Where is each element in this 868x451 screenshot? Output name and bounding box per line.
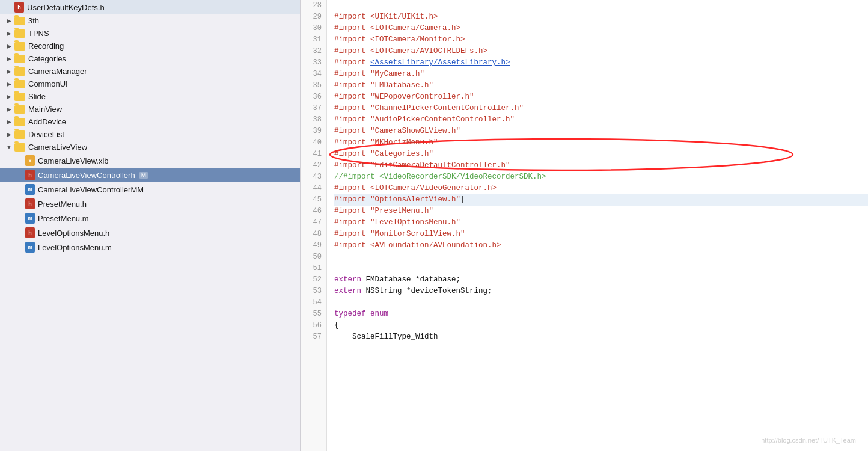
code-line-50 bbox=[334, 251, 868, 263]
modified-badge: M bbox=[139, 172, 148, 179]
code-line-36: #import "WEPopoverController.h" bbox=[334, 91, 868, 103]
sidebar-item-presetmenu-m[interactable]: m PresetMenu.m bbox=[0, 211, 300, 226]
code-line-29: #import <UIKit/UIKit.h> bbox=[334, 11, 868, 23]
code-line-54 bbox=[334, 297, 868, 308]
code-line-46: #import "PresetMenu.h" bbox=[334, 206, 868, 217]
code-container: 28 29 30 31 32 33 34 35 36 37 38 39 40 4… bbox=[301, 0, 868, 451]
sidebar-item-slide[interactable]: Slide bbox=[0, 90, 300, 103]
sidebar-item-label: TPNS bbox=[28, 29, 49, 38]
line-numbers: 28 29 30 31 32 33 34 35 36 37 38 39 40 4… bbox=[301, 0, 327, 451]
sidebar-item-cameraliveview[interactable]: CameraLiveView bbox=[0, 141, 300, 153]
code-line-52: extern FMDatabase *database; bbox=[334, 274, 868, 286]
sidebar-item-label: Recording bbox=[28, 41, 64, 51]
arrow-icon bbox=[5, 67, 13, 76]
code-line-31: #import <IOTCamera/Monitor.h> bbox=[334, 34, 868, 46]
sidebar-item-leveloptionsmenu-h[interactable]: h LevelOptionsMenu.h bbox=[0, 226, 300, 240]
sidebar-item-userdefaultkeydefs[interactable]: h UserDefaultKeyDefs.h bbox=[0, 0, 300, 14]
sidebar-item-cameraliveview-xib[interactable]: x CameraLiveView.xib bbox=[0, 153, 300, 168]
code-line-42: #import "EditCameraDefaultController.h" bbox=[334, 160, 868, 171]
code-line-37: #import "ChannelPickerContentController.… bbox=[334, 103, 868, 114]
sidebar-item-label: DeviceList bbox=[28, 130, 64, 139]
code-editor[interactable]: 28 29 30 31 32 33 34 35 36 37 38 39 40 4… bbox=[301, 0, 868, 451]
code-line-43: //#import <VideoRecorderSDK/VideoRecorde… bbox=[334, 171, 868, 183]
arrow-icon bbox=[16, 243, 24, 251]
sidebar-item-label: Slide bbox=[28, 92, 46, 101]
sidebar-item-commonui[interactable]: CommonUI bbox=[0, 78, 300, 90]
arrow-icon bbox=[16, 214, 24, 222]
file-icon-h: h bbox=[25, 198, 35, 209]
sidebar-item-label: CommonUI bbox=[28, 79, 68, 88]
sidebar-item-tpns[interactable]: TPNS bbox=[0, 27, 300, 40]
file-icon-m: m bbox=[25, 213, 35, 224]
code-line-34: #import "MyCamera.h" bbox=[334, 69, 868, 80]
sidebar-item-label: LevelOptionsMenu.h bbox=[38, 229, 109, 238]
sidebar-item-label: MainView bbox=[28, 105, 62, 114]
sidebar-item-cameramanager[interactable]: CameraManager bbox=[0, 65, 300, 78]
folder-icon bbox=[14, 42, 25, 51]
code-line-57: ScaleFillType_Width bbox=[334, 331, 868, 343]
sidebar-item-mainview[interactable]: MainView bbox=[0, 103, 300, 115]
file-icon-m: m bbox=[25, 242, 35, 253]
code-content[interactable]: #import <UIKit/UIKit.h> #import <IOTCame… bbox=[327, 0, 868, 451]
sidebar-item-label: PresetMenu.h bbox=[38, 200, 87, 209]
code-line-56: { bbox=[334, 320, 868, 331]
code-line-39: #import "CameraShowGLView.h" bbox=[334, 126, 868, 137]
file-icon-h: h bbox=[25, 227, 35, 238]
sidebar-item-cameraliveviewcontroller-mm[interactable]: m CameraLiveViewControllerMM bbox=[0, 182, 300, 197]
code-line-55: typedef enum bbox=[334, 308, 868, 320]
sidebar-item-categories[interactable]: Categories bbox=[0, 52, 300, 65]
code-line-30: #import <IOTCamera/Camera.h> bbox=[334, 23, 868, 34]
folder-icon bbox=[14, 17, 25, 25]
arrow-icon bbox=[5, 118, 13, 126]
sidebar-item-label: CameraLiveView bbox=[28, 143, 87, 152]
arrow-icon bbox=[5, 3, 13, 11]
arrow-icon bbox=[16, 200, 24, 208]
folder-icon bbox=[14, 55, 25, 63]
code-line-28 bbox=[334, 0, 868, 11]
arrow-icon bbox=[16, 229, 24, 237]
sidebar-item-recording[interactable]: Recording bbox=[0, 40, 300, 52]
folder-icon bbox=[14, 143, 25, 152]
sidebar-item-devicelist[interactable]: DeviceList bbox=[0, 128, 300, 141]
sidebar-item-label: PresetMenu.m bbox=[38, 214, 89, 223]
arrow-icon bbox=[5, 29, 13, 38]
sidebar-item-leveloptionsmenu-m[interactable]: m LevelOptionsMenu.m bbox=[0, 240, 300, 254]
sidebar-item-label: CameraLiveView.xib bbox=[38, 156, 109, 165]
folder-icon bbox=[14, 105, 25, 114]
arrow-icon bbox=[16, 171, 24, 179]
code-line-33: #import <AssetsLibrary/AssetsLibrary.h> bbox=[334, 57, 868, 69]
code-line-51 bbox=[334, 263, 868, 274]
code-line-44: #import <IOTCamera/VideoGenerator.h> bbox=[334, 183, 868, 194]
code-line-45: #import "OptionsAlertView.h"| bbox=[334, 194, 868, 206]
sidebar-item-label: CameraLiveViewControllerh bbox=[38, 171, 135, 180]
sidebar-item-cameraliveviewcontroller-h[interactable]: h CameraLiveViewControllerh M bbox=[0, 168, 300, 182]
code-line-38: #import "AudioPickerContentController.h" bbox=[334, 114, 868, 126]
folder-icon bbox=[14, 93, 25, 101]
sidebar-item-label: LevelOptionsMenu.m bbox=[38, 243, 112, 252]
arrow-icon bbox=[5, 42, 13, 51]
file-icon-h: h bbox=[14, 2, 24, 13]
sidebar-item-label: AddDevice bbox=[28, 117, 66, 126]
code-line-48: #import "MonitorScrollView.h" bbox=[334, 229, 868, 240]
sidebar-item-label: 3th bbox=[28, 16, 39, 25]
code-line-53: extern NSString *deviceTokenString; bbox=[334, 286, 868, 297]
arrow-icon bbox=[5, 130, 13, 139]
code-line-47: #import "LevelOptionsMenu.h" bbox=[334, 217, 868, 229]
arrow-icon bbox=[5, 17, 13, 25]
sidebar-item-label: CameraLiveViewControllerMM bbox=[38, 185, 144, 194]
arrow-icon bbox=[16, 185, 24, 194]
arrow-icon bbox=[5, 105, 13, 114]
sidebar-item-label: Categories bbox=[28, 54, 66, 63]
file-tree[interactable]: h UserDefaultKeyDefs.h 3th TPNS Recordin… bbox=[0, 0, 301, 451]
code-line-49: #import <AVFoundation/AVFoundation.h> bbox=[334, 240, 868, 251]
arrow-icon bbox=[5, 93, 13, 101]
arrow-icon bbox=[5, 80, 13, 88]
folder-icon bbox=[14, 80, 25, 88]
code-line-32: #import <IOTCamera/AVIOCTRLDEFs.h> bbox=[334, 46, 868, 57]
file-icon-mm: m bbox=[25, 184, 35, 195]
sidebar-item-label: UserDefaultKeyDefs.h bbox=[27, 3, 105, 12]
sidebar-item-3th[interactable]: 3th bbox=[0, 14, 300, 27]
folder-icon bbox=[14, 130, 25, 139]
sidebar-item-presetmenu-h[interactable]: h PresetMenu.h bbox=[0, 197, 300, 211]
sidebar-item-adddevice[interactable]: AddDevice bbox=[0, 115, 300, 128]
